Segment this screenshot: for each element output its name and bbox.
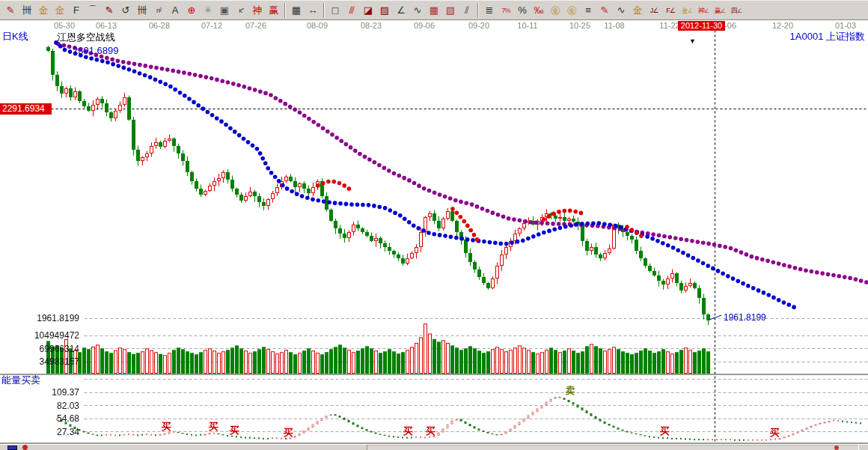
chevron-down-icon[interactable]: ▼ — [689, 37, 696, 45]
sell-marker: 卖 — [566, 384, 575, 398]
price-gridline-label: 1961.8199 — [0, 313, 79, 323]
buy-marker: 买 — [660, 425, 670, 438]
crosshair-price-badge: 2291.6934 — [0, 103, 52, 115]
date-tick-label: 11-22 — [659, 21, 679, 30]
indicator-tick-label: 109.37 — [0, 387, 79, 398]
volume-tick-label: 69966314 — [0, 344, 79, 354]
gann-line-title: 江恩多空战线 — [57, 31, 115, 44]
date-tick-label: 11-08 — [604, 21, 624, 30]
date-tick-label: 12-20 — [772, 21, 793, 30]
indicator-tick-label: 27.34 — [0, 427, 79, 437]
volume-tick-label: 104949472 — [0, 330, 79, 341]
symbol-label[interactable]: 1A0001 上证指数 — [790, 30, 865, 43]
record-icon[interactable] — [22, 445, 28, 450]
volume-tick-label: 34983157 — [0, 356, 79, 367]
gann-line-start-value: 2391.6899 — [73, 45, 118, 56]
buy-marker: 买 — [770, 426, 780, 440]
date-tick-label: 10-11 — [517, 21, 537, 30]
trading-app-window: ✎卌金金F⌒✎↺卌n²A⊕✳▣ĸ″神赢▦↔◻⫻◪▨∠∿▦▧⫽≣7%%‰㊎㊎≡✎∿… — [0, 0, 868, 450]
last-price-annotation: 1961.8199 — [724, 312, 766, 323]
buy-marker: 买 — [403, 425, 413, 438]
date-tick-label: 08-09 — [307, 21, 328, 30]
date-tick-label: 08-23 — [361, 21, 382, 30]
date-tick-label: 09-20 — [468, 21, 489, 30]
buy-marker: 买 — [426, 425, 435, 438]
chart-canvas[interactable] — [0, 0, 868, 450]
status-bar — [0, 444, 868, 450]
indicator-tick-label: 54.68 — [0, 413, 79, 424]
buy-marker: 买 — [209, 420, 218, 434]
window-icon[interactable] — [7, 446, 17, 450]
date-tick-label: 07-26 — [245, 21, 266, 30]
indicator-tick-label: 82.03 — [0, 401, 79, 411]
crosshair-date-badge: 2012-11-30 — [678, 21, 725, 31]
date-tick-label: 05-30 — [54, 21, 75, 30]
buy-marker: 买 — [230, 424, 239, 437]
resize-grip[interactable] — [858, 445, 868, 450]
alert-icon[interactable] — [834, 446, 839, 450]
date-tick-label: 01-03 — [835, 21, 856, 30]
date-tick-label: 06-28 — [149, 21, 170, 30]
date-tick-label: 10-25 — [569, 21, 590, 30]
buy-marker: 买 — [162, 420, 171, 434]
date-tick-label: 07-12 — [201, 21, 222, 30]
indicator-name[interactable]: 能量买卖 — [1, 374, 40, 387]
date-tick-label: 06-13 — [96, 21, 117, 30]
buy-marker: 买 — [284, 426, 293, 440]
statusbar-right-panel — [367, 445, 868, 450]
date-tick-label: 09-06 — [414, 21, 435, 30]
period-label[interactable]: 日K线 — [2, 30, 28, 43]
